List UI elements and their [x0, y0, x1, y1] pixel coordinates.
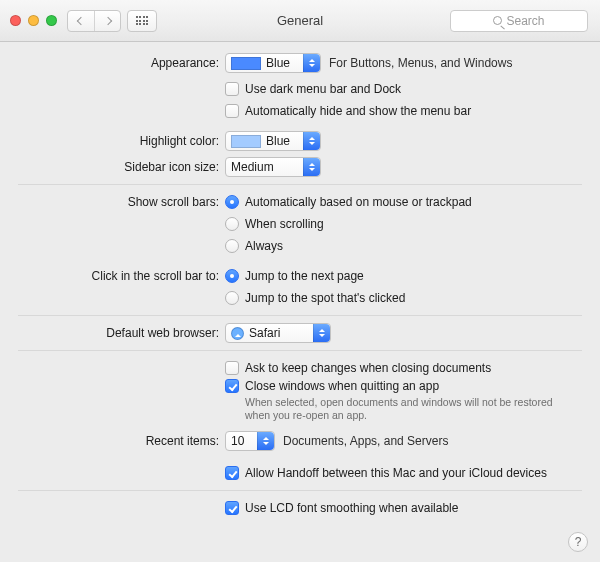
- search-input[interactable]: Search: [450, 10, 588, 32]
- blue-swatch-icon: [231, 57, 261, 70]
- highlight-label: Highlight color:: [0, 134, 225, 148]
- show-all-button[interactable]: [127, 10, 157, 32]
- safari-icon: [231, 327, 244, 340]
- close-windows-checkbox[interactable]: Close windows when quitting an app: [225, 379, 555, 393]
- radio-icon: [225, 239, 239, 253]
- ask-keep-changes-label: Ask to keep changes when closing documen…: [245, 361, 491, 375]
- scrollbars-always-label: Always: [245, 239, 283, 253]
- checkbox-icon: [225, 361, 239, 375]
- chevron-updown-icon: [303, 132, 320, 150]
- click-scrollbar-page-label: Jump to the next page: [245, 269, 364, 283]
- handoff-label: Allow Handoff between this Mac and your …: [245, 466, 547, 480]
- checkbox-icon: [225, 104, 239, 118]
- close-windows-label: Close windows when quitting an app: [245, 379, 439, 393]
- chevron-left-icon: [77, 16, 85, 24]
- click-scrollbar-radio-spot[interactable]: Jump to the spot that's clicked: [225, 291, 405, 305]
- search-icon: [493, 16, 502, 25]
- appearance-label: Appearance:: [0, 56, 225, 70]
- chevron-right-icon: [103, 16, 111, 24]
- zoom-window-icon[interactable]: [46, 15, 57, 26]
- sidebar-size-popup[interactable]: Medium: [225, 157, 321, 177]
- minimize-window-icon[interactable]: [28, 15, 39, 26]
- default-browser-popup[interactable]: Safari: [225, 323, 331, 343]
- click-scrollbar-spot-label: Jump to the spot that's clicked: [245, 291, 405, 305]
- chevron-updown-icon: [313, 324, 330, 342]
- scrollbars-label: Show scroll bars:: [0, 195, 225, 209]
- dark-menu-checkbox[interactable]: Use dark menu bar and Dock: [225, 82, 401, 96]
- handoff-checkbox[interactable]: Allow Handoff between this Mac and your …: [225, 466, 547, 480]
- appearance-popup[interactable]: Blue: [225, 53, 321, 73]
- browser-label: Default web browser:: [0, 326, 225, 340]
- highlight-swatch-icon: [231, 135, 261, 148]
- radio-icon: [225, 195, 239, 209]
- chevron-updown-icon: [303, 54, 320, 72]
- recent-items-value: 10: [231, 434, 244, 448]
- back-button[interactable]: [68, 11, 94, 31]
- chevron-updown-icon: [303, 158, 320, 176]
- search-placeholder: Search: [506, 14, 544, 28]
- sidebar-size-value: Medium: [231, 160, 274, 174]
- close-windows-sub: When selected, open documents and window…: [245, 396, 555, 422]
- scrollbars-radio-scrolling[interactable]: When scrolling: [225, 217, 324, 231]
- appearance-hint: For Buttons, Menus, and Windows: [329, 56, 512, 70]
- browser-value: Safari: [249, 326, 280, 340]
- grid-icon: [136, 16, 149, 25]
- scrollbars-scrolling-label: When scrolling: [245, 217, 324, 231]
- lcd-smoothing-checkbox[interactable]: Use LCD font smoothing when available: [225, 501, 458, 515]
- highlight-color-popup[interactable]: Blue: [225, 131, 321, 151]
- chevron-updown-icon: [257, 432, 274, 450]
- ask-keep-changes-checkbox[interactable]: Ask to keep changes when closing documen…: [225, 361, 491, 375]
- help-button[interactable]: ?: [568, 532, 588, 552]
- radio-icon: [225, 269, 239, 283]
- auto-hide-label: Automatically hide and show the menu bar: [245, 104, 471, 118]
- sidebar-size-label: Sidebar icon size:: [0, 160, 225, 174]
- lcd-smoothing-label: Use LCD font smoothing when available: [245, 501, 458, 515]
- checkbox-icon: [225, 466, 239, 480]
- checkbox-icon: [225, 379, 239, 393]
- radio-icon: [225, 217, 239, 231]
- scrollbars-radio-always[interactable]: Always: [225, 239, 283, 253]
- forward-button[interactable]: [94, 11, 120, 31]
- highlight-value: Blue: [266, 134, 290, 148]
- auto-hide-menu-checkbox[interactable]: Automatically hide and show the menu bar: [225, 104, 471, 118]
- appearance-value: Blue: [266, 56, 290, 70]
- close-window-icon[interactable]: [10, 15, 21, 26]
- click-scrollbar-radio-page[interactable]: Jump to the next page: [225, 269, 364, 283]
- click-scrollbar-label: Click in the scroll bar to:: [0, 269, 225, 283]
- recent-items-label: Recent items:: [0, 434, 225, 448]
- checkbox-icon: [225, 501, 239, 515]
- radio-icon: [225, 291, 239, 305]
- recent-items-popup[interactable]: 10: [225, 431, 275, 451]
- scrollbars-radio-auto[interactable]: Automatically based on mouse or trackpad: [225, 195, 472, 209]
- checkbox-icon: [225, 82, 239, 96]
- help-icon: ?: [575, 535, 582, 549]
- dark-menu-label: Use dark menu bar and Dock: [245, 82, 401, 96]
- recent-items-hint: Documents, Apps, and Servers: [283, 434, 448, 448]
- scrollbars-auto-label: Automatically based on mouse or trackpad: [245, 195, 472, 209]
